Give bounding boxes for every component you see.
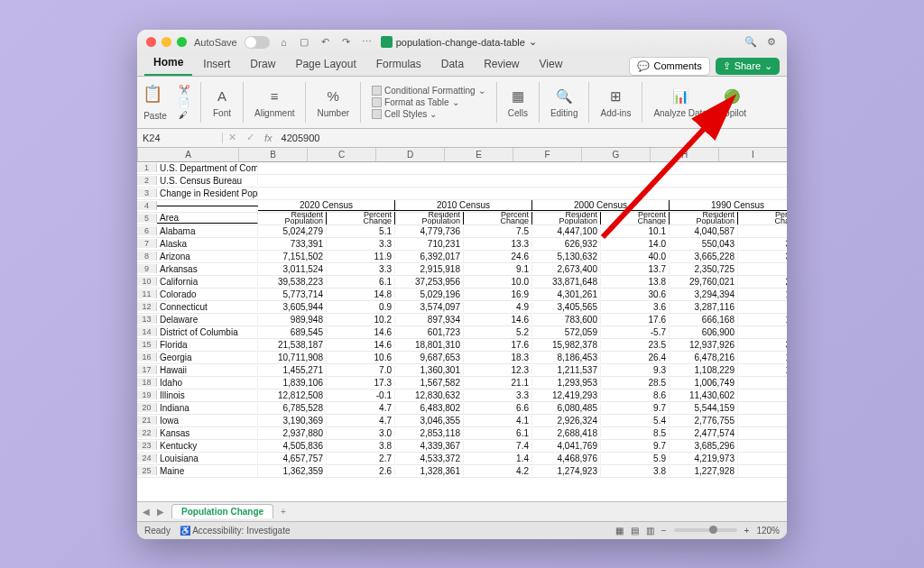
- view-page-icon[interactable]: ▤: [631, 526, 639, 536]
- cell[interactable]: 2,688,418: [532, 428, 601, 438]
- cell[interactable]: 1,328,361: [395, 466, 464, 476]
- cell[interactable]: 710,231: [395, 239, 464, 249]
- cell[interactable]: 37,253,956: [395, 277, 464, 287]
- cell[interactable]: 14.0: [601, 239, 670, 249]
- cell[interactable]: Maine: [157, 466, 258, 476]
- editing-group[interactable]: 🔍Editing: [550, 87, 578, 118]
- tab-insert[interactable]: Insert: [194, 54, 239, 76]
- col-header[interactable]: C: [308, 148, 376, 161]
- cell[interactable]: 8.6: [601, 390, 670, 400]
- cell[interactable]: -5.7: [601, 327, 670, 337]
- cell[interactable]: Georgia: [157, 353, 258, 362]
- number-group[interactable]: %Number: [317, 87, 349, 118]
- cell[interactable]: 1,211,537: [532, 365, 601, 375]
- copy-icon[interactable]: 📄: [179, 97, 189, 107]
- col-header[interactable]: E: [445, 148, 513, 161]
- zoom-slider[interactable]: [674, 528, 737, 532]
- cell[interactable]: 15,982,378: [532, 340, 601, 350]
- cell[interactable]: 2,915,918: [395, 264, 464, 274]
- col-header[interactable]: I: [719, 148, 787, 161]
- share-button[interactable]: ⇪ Share ⌄: [716, 58, 780, 75]
- cell[interactable]: 4,533,372: [395, 453, 464, 463]
- cell[interactable]: 550,043: [670, 239, 738, 249]
- cancel-icon[interactable]: ✕: [228, 132, 236, 143]
- cell[interactable]: 11,430,602: [670, 390, 738, 400]
- alignment-group[interactable]: ≡Alignment: [254, 87, 294, 118]
- cell[interactable]: Alaska: [157, 239, 258, 249]
- cell[interactable]: Idaho: [157, 378, 258, 388]
- cell[interactable]: Colorado: [157, 289, 258, 299]
- cell[interactable]: 0.3: [738, 453, 787, 463]
- cell[interactable]: 4,301,261: [532, 289, 601, 299]
- comments-button[interactable]: 💬 Comments: [629, 57, 709, 76]
- cell[interactable]: 1,227,928: [670, 466, 738, 476]
- cell[interactable]: 14.0: [738, 289, 787, 299]
- doc-title[interactable]: population-change-data-table ⌄: [381, 36, 537, 48]
- cell[interactable]: 3,294,394: [670, 289, 738, 299]
- cell[interactable]: 0.0: [738, 390, 787, 400]
- cell[interactable]: U.S. Census Bureau: [157, 176, 258, 186]
- cell[interactable]: 2,673,400: [532, 264, 601, 274]
- cell[interactable]: 12.3: [464, 365, 532, 375]
- cell[interactable]: [157, 206, 258, 206]
- cell[interactable]: 2.7: [327, 453, 395, 463]
- cell[interactable]: Alabama: [157, 226, 258, 236]
- cell[interactable]: 6.6: [464, 403, 532, 413]
- cell[interactable]: 4.9: [464, 302, 532, 312]
- cell[interactable]: 6,080,485: [532, 403, 601, 413]
- cell[interactable]: 626,932: [532, 239, 601, 249]
- cell[interactable]: 13.7: [601, 264, 670, 274]
- cell[interactable]: 12,937,926: [670, 340, 738, 350]
- col-header[interactable]: A: [138, 148, 239, 161]
- cell[interactable]: 1,006,749: [670, 378, 738, 388]
- row-header[interactable]: 19: [137, 390, 157, 399]
- cell[interactable]: 3.0: [327, 428, 395, 438]
- cell[interactable]: 12,419,293: [532, 390, 601, 400]
- cell[interactable]: 6,478,216: [670, 353, 738, 362]
- cell[interactable]: U.S. Department of Commerce: [157, 163, 258, 173]
- autosave-toggle[interactable]: [245, 36, 270, 49]
- view-normal-icon[interactable]: ▦: [615, 526, 624, 536]
- cell[interactable]: -0.1: [327, 390, 395, 400]
- cell[interactable]: Arizona: [157, 252, 258, 261]
- cell[interactable]: -4.9: [738, 327, 787, 337]
- tab-formulas[interactable]: Formulas: [367, 54, 430, 76]
- row-header[interactable]: 3: [137, 188, 157, 197]
- cell[interactable]: 23.5: [601, 340, 670, 350]
- cell[interactable]: 2.8: [738, 264, 787, 274]
- cell[interactable]: 3,046,355: [395, 416, 464, 426]
- row-header[interactable]: 22: [137, 428, 157, 437]
- row-header[interactable]: 20: [137, 403, 157, 412]
- row-header[interactable]: 4: [137, 201, 157, 210]
- cell[interactable]: ResidentPopulation: [258, 212, 327, 224]
- col-header[interactable]: G: [582, 148, 651, 161]
- cell[interactable]: 2,776,755: [670, 416, 738, 426]
- cell[interactable]: 3.6: [601, 302, 670, 312]
- cell[interactable]: 21,538,187: [258, 340, 327, 350]
- add-sheet-button[interactable]: +: [281, 507, 286, 517]
- cell[interactable]: 12.1: [738, 315, 787, 325]
- zoom-level[interactable]: 120%: [756, 526, 780, 536]
- more-icon[interactable]: ⋯: [360, 35, 374, 49]
- cell[interactable]: Kansas: [157, 428, 258, 438]
- cell[interactable]: 12,812,508: [258, 390, 327, 400]
- cell[interactable]: California: [157, 277, 258, 287]
- formula-value[interactable]: 4205900: [278, 133, 324, 143]
- cell[interactable]: Arkansas: [157, 264, 258, 274]
- cell[interactable]: 7.5: [464, 226, 532, 236]
- tab-draw[interactable]: Draw: [241, 54, 284, 76]
- cell[interactable]: 40.0: [601, 252, 670, 261]
- cell[interactable]: 1,362,359: [258, 466, 327, 476]
- row-header[interactable]: 13: [137, 315, 157, 324]
- cell[interactable]: 4.7: [327, 416, 395, 426]
- cell[interactable]: 3,685,296: [670, 441, 738, 451]
- cell[interactable]: 5,029,196: [395, 289, 464, 299]
- row-header[interactable]: 8: [137, 252, 157, 261]
- cell[interactable]: 4.8: [738, 428, 787, 438]
- cell[interactable]: 1,455,271: [258, 365, 327, 375]
- cell[interactable]: 5,773,714: [258, 289, 327, 299]
- spreadsheet-grid[interactable]: A B C D E F G H I 1U.S. Department of Co…: [137, 148, 787, 501]
- col-header[interactable]: B: [239, 148, 308, 161]
- font-group[interactable]: AFont: [212, 87, 232, 118]
- zoom-in-button[interactable]: +: [744, 526, 750, 536]
